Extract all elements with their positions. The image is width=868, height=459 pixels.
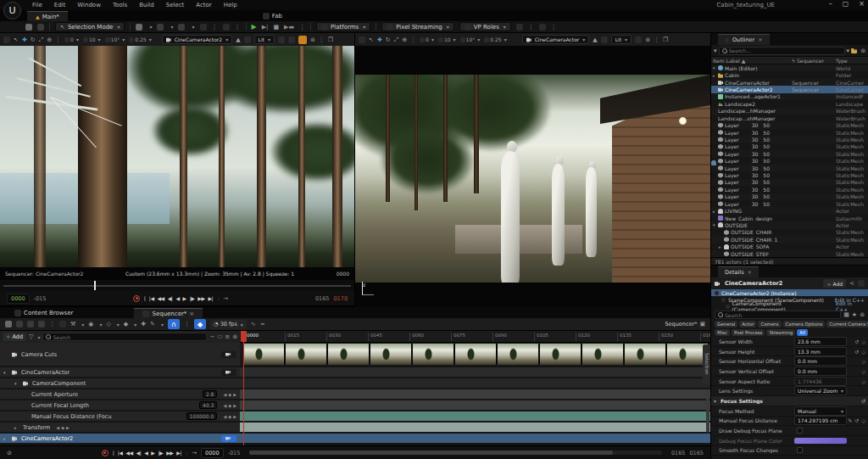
- render-movie-icon[interactable]: [27, 321, 34, 327]
- dropdown-field[interactable]: Universal Zoom▾: [794, 386, 847, 395]
- close-icon[interactable]: ×: [859, 0, 865, 8]
- keyframe-diamond-icon[interactable]: ◇: [861, 417, 865, 423]
- horizontal-scrollbar[interactable]: [249, 451, 662, 455]
- jump-start-button[interactable]: |◀: [118, 450, 123, 456]
- value-field[interactable]: 0.0 mm: [794, 367, 847, 376]
- track-filter-icon[interactable]: ▽: [29, 333, 33, 340]
- mannequin-figure-right[interactable]: [586, 161, 599, 251]
- outliner-row-outside-step[interactable]: OUTSIDE_STEPStaticMesh: [711, 250, 868, 257]
- close-icon[interactable]: ×: [748, 269, 752, 276]
- add-actor-icon[interactable]: [136, 24, 142, 31]
- jump-start-button[interactable]: |◀: [149, 295, 154, 301]
- outliner-row-landscap-shmanager[interactable]: Landscap...shManagerWaterBrush: [711, 115, 868, 121]
- view-mode-dropdown[interactable]: Lit ▾: [254, 35, 275, 44]
- category-tab-misc[interactable]: Misc: [715, 329, 730, 336]
- outliner-searchbox[interactable]: [719, 47, 845, 55]
- mannequin-figure-large[interactable]: [501, 141, 523, 277]
- track-lane[interactable]: [240, 411, 710, 421]
- blueprints-icon[interactable]: [157, 24, 164, 31]
- step-back-button[interactable]: ◀: [144, 450, 147, 456]
- scale-snap-toggle[interactable]: 0.25▾: [129, 36, 151, 42]
- outliner-row-layer-30-50-[interactable]: Layer_____30__50_StaticMesh: [711, 200, 868, 207]
- value-field[interactable]: 174.297195 cm: [794, 416, 847, 425]
- grid-snap-toggle[interactable]: 10▾: [83, 36, 101, 42]
- tab-fab[interactable]: Fab: [254, 11, 291, 21]
- jump-end-button[interactable]: ▶|: [176, 450, 181, 456]
- camera-lock-toggle[interactable]: [221, 369, 236, 376]
- tab-main-level[interactable]: ▲ Main*: [27, 11, 68, 21]
- more-icon[interactable]: ⋮: [410, 36, 416, 43]
- scale-snap-value[interactable]: 0.25: [135, 36, 146, 42]
- scale-snap-toggle[interactable]: 0.25▾: [484, 36, 506, 42]
- details-searchbox[interactable]: [715, 311, 841, 319]
- rotate-tool-icon[interactable]: ↻: [31, 36, 36, 43]
- expand-arrow-icon[interactable]: ▸: [713, 73, 718, 78]
- edit-mode-pen-icon[interactable]: ✎: [150, 321, 155, 327]
- camera-rig-icon[interactable]: [516, 24, 523, 31]
- sequence-title[interactable]: Sequencer* ▣: [665, 321, 705, 327]
- track-lane[interactable]: [240, 423, 710, 432]
- outliner-row-layer-30-50-[interactable]: Layer_____30__50_StaticMesh: [711, 136, 868, 143]
- lock-icon[interactable]: ▣: [699, 321, 705, 327]
- outliner-row-layer-30-50-[interactable]: Layer_____30__50_StaticMesh: [711, 129, 868, 136]
- view-options-icon[interactable]: ◉: [88, 321, 93, 327]
- outliner-row-instanced-ageactor1[interactable]: Instanced...ageActor1InstancedF: [711, 93, 868, 100]
- step-forward-button[interactable]: |▶: [190, 295, 195, 301]
- camera-speed-value[interactable]: 0: [70, 36, 74, 42]
- outliner-row-layer-30-50-[interactable]: Layer_____30__50_StaticMesh: [711, 121, 868, 128]
- playback-options-icon[interactable]: ◇: [106, 321, 110, 327]
- add-track-button[interactable]: +Add: [3, 333, 26, 341]
- keyframe-diamond-icon[interactable]: ◇: [861, 339, 865, 344]
- prev-shot-button[interactable]: ◀◀: [158, 295, 164, 301]
- world-space-icon[interactable]: ⊕: [47, 36, 52, 43]
- category-tab-camera[interactable]: Camera: [758, 321, 781, 327]
- snap-magnet-toggle[interactable]: ∩: [168, 319, 180, 329]
- track-header[interactable]: ▸CineCameraActor2: [0, 434, 240, 443]
- outliner-row-landscape2[interactable]: Landscape2Landscape: [711, 100, 868, 107]
- maximize-viewport-icon[interactable]: ❐: [328, 36, 333, 43]
- outliner-settings-gear-icon[interactable]: ⊛: [860, 48, 865, 54]
- category-tab-camera-options[interactable]: Camera Options: [783, 321, 826, 327]
- viewport-settings-gear-icon[interactable]: ⊛: [310, 36, 315, 43]
- track-settings-gear-icon[interactable]: ⊛: [232, 333, 237, 340]
- track-lane[interactable]: [240, 400, 710, 410]
- next-key-icon[interactable]: ▶: [233, 403, 236, 408]
- more-icon-3[interactable]: ⋮: [528, 24, 534, 31]
- scale-tool-icon[interactable]: ⤢: [39, 36, 44, 43]
- unreal-logo-icon[interactable]: U: [3, 2, 21, 20]
- show-flags-icon[interactable]: [635, 36, 642, 43]
- record-bracket[interactable]: [: [113, 450, 114, 456]
- prev-key-button[interactable]: ◀|: [168, 295, 173, 301]
- track-header[interactable]: ▸Transform◀◆▶: [0, 423, 240, 432]
- reset-icon[interactable]: ↺: [854, 339, 859, 344]
- track-lane[interactable]: [240, 343, 710, 366]
- category-tab-actor[interactable]: Actor: [739, 321, 756, 327]
- dropdown-field[interactable]: Manual▾: [794, 406, 847, 416]
- save-sequence-icon[interactable]: [5, 321, 12, 327]
- tab-content-browser[interactable]: Content Browser: [6, 308, 81, 318]
- vp-roles-dropdown[interactable]: VP Roles ▾: [459, 22, 511, 31]
- expand-arrow-icon[interactable]: ▾: [14, 381, 20, 386]
- close-icon[interactable]: ×: [189, 311, 194, 317]
- eject-pilot-icon[interactable]: ▲: [593, 36, 597, 43]
- restore-icon[interactable]: ▢: [843, 0, 849, 8]
- more-icon[interactable]: ⋮: [55, 36, 61, 43]
- keyframe-diamond-icon[interactable]: ◇: [861, 349, 865, 355]
- display-filter-icon[interactable]: ▦: [843, 311, 849, 318]
- prev-shot-button[interactable]: ◀◀: [125, 450, 132, 456]
- play-button[interactable]: ▶: [252, 23, 257, 31]
- category-tab-streaming[interactable]: Streaming: [766, 329, 795, 336]
- outliner-row-layer-30-50-[interactable]: Layer_____30__50_StaticMesh: [711, 165, 868, 171]
- cinematics-icon[interactable]: [178, 24, 185, 31]
- fps-dropdown[interactable]: ◔ 30 fps ▾: [210, 320, 247, 329]
- column-item-label[interactable]: Item Label ▲: [713, 58, 792, 64]
- viewport-right[interactable]: ↖ ✚ ↻ ⤢ ⊕ ⋮ 0▾10▾10°▾0.25▾ CineCameraAct…: [355, 33, 710, 307]
- snap-options-icon[interactable]: ⋮: [184, 321, 190, 327]
- next-key-icon[interactable]: ▶: [233, 392, 236, 397]
- camera-selector-dropdown[interactable]: CineCameraActor2 ▾: [162, 35, 233, 44]
- outliner-row-outside[interactable]: ▾OUTSIDEActor: [711, 221, 868, 228]
- scale-snap-value[interactable]: 0.25: [490, 36, 501, 42]
- stop-button[interactable]: ■: [273, 24, 279, 31]
- rotate-tool-icon[interactable]: ↻: [386, 36, 391, 43]
- column-type[interactable]: Type: [836, 58, 866, 64]
